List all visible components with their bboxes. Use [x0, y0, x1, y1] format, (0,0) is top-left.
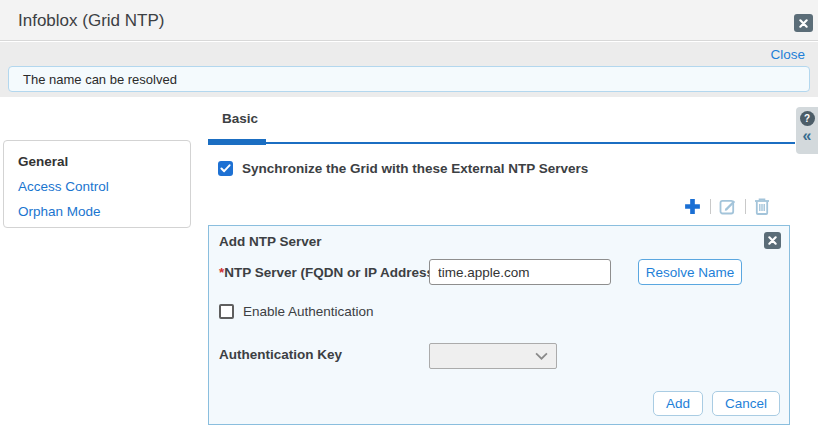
- edit-ntp-server-button[interactable]: [719, 197, 737, 215]
- auth-key-select[interactable]: [429, 343, 557, 369]
- delete-ntp-server-button[interactable]: [754, 197, 770, 215]
- tab-bar-rule: [208, 142, 795, 144]
- help-strip: ? «: [796, 107, 818, 154]
- close-icon: [768, 236, 777, 245]
- sidebar-item-orphan-mode[interactable]: Orphan Mode: [4, 199, 190, 224]
- collapse-panel-icon[interactable]: «: [803, 128, 812, 144]
- tab-basic[interactable]: Basic: [222, 111, 258, 126]
- sidebar-item-access-control[interactable]: Access Control: [4, 174, 190, 199]
- notification-bar: Close The name can be resolved: [0, 42, 818, 97]
- ntp-server-actions: [208, 195, 790, 217]
- panel-buttons: Add Cancel: [653, 391, 780, 416]
- edit-icon: [719, 197, 737, 215]
- panel-title: Add NTP Server: [219, 234, 322, 249]
- divider: [710, 199, 711, 214]
- cancel-button[interactable]: Cancel: [712, 391, 780, 416]
- status-message-box: The name can be resolved: [8, 66, 810, 92]
- sidebar: General Access Control Orphan Mode: [3, 140, 191, 228]
- grid-ntp-dialog: Infoblox (Grid NTP) Close The name can b…: [0, 0, 818, 430]
- tab-active-indicator: [208, 139, 266, 145]
- status-message: The name can be resolved: [23, 72, 177, 87]
- enable-auth-label: Enable Authentication: [243, 304, 374, 319]
- add-ntp-server-button[interactable]: [683, 197, 702, 216]
- auth-key-label: Authentication Key: [219, 347, 342, 362]
- chevron-down-icon: [535, 352, 548, 360]
- resolve-name-button[interactable]: Resolve Name: [638, 259, 742, 285]
- divider: [745, 199, 746, 214]
- close-icon: [799, 19, 808, 28]
- plus-icon: [683, 197, 702, 216]
- add-button[interactable]: Add: [653, 391, 703, 416]
- dialog-titlebar: Infoblox (Grid NTP): [0, 0, 818, 41]
- trash-icon: [754, 197, 770, 215]
- close-link[interactable]: Close: [770, 47, 805, 62]
- enable-auth-checkbox[interactable]: [219, 304, 234, 319]
- enable-auth-row: Enable Authentication: [219, 304, 374, 319]
- sync-ntp-checkbox[interactable]: [218, 161, 233, 176]
- panel-close-button[interactable]: [764, 232, 781, 249]
- dialog-title: Infoblox (Grid NTP): [18, 11, 164, 31]
- check-icon: [220, 164, 231, 173]
- ntp-server-field-label: *NTP Server (FQDN or IP Address): [219, 265, 439, 280]
- ntp-server-input[interactable]: [429, 259, 611, 285]
- ntp-server-label-text: NTP Server (FQDN or IP Address): [224, 265, 438, 280]
- sync-ntp-row: Synchronize the Grid with these External…: [218, 161, 588, 176]
- add-ntp-server-panel: Add NTP Server *NTP Server (FQDN or IP A…: [208, 225, 790, 425]
- help-icon[interactable]: ?: [800, 111, 815, 126]
- sidebar-item-general[interactable]: General: [4, 149, 190, 174]
- sync-ntp-label: Synchronize the Grid with these External…: [242, 161, 588, 176]
- dialog-close-button[interactable]: [794, 14, 813, 32]
